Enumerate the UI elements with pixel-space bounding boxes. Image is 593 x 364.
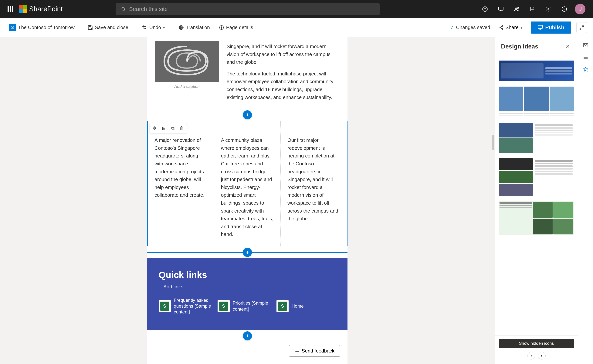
svg-line-24 xyxy=(500,28,502,29)
nav-icon-group: ? ? U xyxy=(480,4,586,14)
toolbar-divider-3 xyxy=(172,24,172,31)
rail-settings-icon[interactable] xyxy=(580,52,591,63)
save-close-button[interactable]: Save and close xyxy=(84,22,132,33)
rail-mail-icon[interactable] xyxy=(580,40,591,51)
page-details-icon xyxy=(219,25,224,30)
toolbar-divider-2 xyxy=(135,24,135,31)
quick-link-icon-1: S xyxy=(159,300,171,312)
scrollbar-track[interactable] xyxy=(492,37,495,364)
quick-links-section: Quick links + Add links S Frequently ask… xyxy=(147,258,348,330)
svg-point-10 xyxy=(518,7,519,9)
collapse-icon xyxy=(579,25,584,30)
help-icon[interactable]: ? xyxy=(480,4,490,14)
search-input[interactable] xyxy=(129,6,375,12)
design-nav-next[interactable]: › xyxy=(538,352,546,359)
design-ideas-scroll[interactable] xyxy=(495,56,578,336)
add-section-circle-1[interactable]: + xyxy=(243,110,252,119)
svg-point-20 xyxy=(502,26,503,27)
svg-rect-14 xyxy=(89,26,91,26)
quick-links-title: Quick links xyxy=(159,270,336,280)
svg-point-9 xyxy=(515,7,517,9)
add-section-3[interactable]: + xyxy=(147,330,348,342)
add-section-circle-3[interactable]: + xyxy=(243,331,252,340)
quick-link-label-2: Priorities [Sample content] xyxy=(233,300,270,312)
editor-area[interactable]: Add a caption Singapore, and it will roc… xyxy=(0,37,495,364)
design-panel-close-button[interactable]: ✕ xyxy=(564,42,572,51)
duplicate-tool-button[interactable]: ⧉ xyxy=(169,124,177,132)
quick-links-row: S Frequently asked questions [Sample con… xyxy=(159,297,336,315)
svg-rect-1 xyxy=(23,5,27,9)
site-name-label: The Contoso of Tomorrow xyxy=(18,25,74,30)
settings-icon[interactable] xyxy=(543,4,554,14)
microsoft-logo-icon xyxy=(19,5,27,13)
chat-icon[interactable] xyxy=(496,4,506,14)
share-dropdown-arrow[interactable]: ▾ xyxy=(520,25,522,30)
main-layout: Add a caption Singapore, and it will roc… xyxy=(0,37,593,364)
layout-tool-button[interactable]: ⊞ xyxy=(160,124,168,132)
move-tool-button[interactable]: ✥ xyxy=(150,124,159,132)
publish-icon xyxy=(538,25,543,30)
design-card-2[interactable] xyxy=(499,87,574,117)
page-details-button[interactable]: Page details xyxy=(215,22,257,33)
translation-button[interactable]: Translation xyxy=(175,22,214,33)
collapse-button[interactable] xyxy=(576,22,587,33)
ms-logo-group[interactable]: SharePoint xyxy=(19,5,63,13)
add-links-button[interactable]: + Add links xyxy=(159,284,336,290)
search-bar[interactable] xyxy=(115,3,380,15)
svg-point-22 xyxy=(502,28,503,30)
svg-line-23 xyxy=(500,26,502,27)
user-avatar[interactable]: U xyxy=(575,4,586,14)
design-nav-prev[interactable]: ‹ xyxy=(527,352,535,359)
svg-rect-3 xyxy=(23,9,27,13)
delete-tool-button[interactable]: 🗑 xyxy=(178,124,186,132)
svg-rect-15 xyxy=(89,28,92,29)
site-icon: S xyxy=(11,25,14,30)
quick-link-label-1: Frequently asked questions [Sample conte… xyxy=(174,297,211,315)
design-card-3[interactable] xyxy=(499,123,574,153)
design-card-5[interactable] xyxy=(499,201,574,235)
svg-point-4 xyxy=(122,7,125,10)
quick-link-item-2[interactable]: S Priorities [Sample content] xyxy=(218,297,270,315)
send-feedback-button[interactable]: Send feedback xyxy=(289,345,340,357)
add-section-circle-2[interactable]: + xyxy=(243,248,252,257)
share-button[interactable]: Share ▾ xyxy=(494,22,527,33)
scrollbar-thumb[interactable] xyxy=(492,135,494,150)
paragraph-2: The technology-fueled, multiphase projec… xyxy=(227,70,340,101)
share-icon xyxy=(499,25,504,30)
publish-button[interactable]: Publish xyxy=(531,21,571,33)
top-navigation: SharePoint ? ? U xyxy=(0,0,593,18)
changes-saved-indicator: ✓ Changes saved xyxy=(450,24,490,31)
design-panel-title: Design ideas xyxy=(501,43,538,50)
right-rail xyxy=(578,37,593,364)
flag-icon[interactable] xyxy=(527,4,538,14)
people-icon[interactable] xyxy=(512,4,522,14)
design-card-4[interactable] xyxy=(499,158,574,196)
waffle-menu[interactable] xyxy=(7,6,13,12)
three-columns: A major renovation of Contoso's Singapor… xyxy=(148,121,347,246)
add-section-2[interactable]: + xyxy=(147,246,348,258)
design-panel-bottom: Show hidden icons ‹ › xyxy=(495,336,578,364)
svg-marker-35 xyxy=(583,67,588,71)
rail-star-icon[interactable] xyxy=(580,64,591,75)
paragraph-1: Singapore, and it will rocket forward a … xyxy=(227,43,340,66)
show-hidden-tooltip: Show hidden icons xyxy=(499,339,574,348)
quick-link-item-3[interactable]: S Home xyxy=(276,297,304,315)
design-panel-header: Design ideas ✕ xyxy=(495,37,578,56)
image-container: Add a caption xyxy=(155,41,219,89)
column-2: A community plaza where employees can ga… xyxy=(214,121,281,246)
undo-button[interactable]: Undo ▾ xyxy=(138,22,168,33)
page-content: Add a caption Singapore, and it will roc… xyxy=(147,37,348,364)
question-icon[interactable]: ? xyxy=(559,4,570,14)
add-section-1[interactable]: + xyxy=(147,109,348,121)
svg-point-21 xyxy=(499,27,501,28)
undo-icon xyxy=(142,25,147,30)
quick-link-icon-2: S xyxy=(218,300,230,312)
undo-dropdown-arrow[interactable]: ▾ xyxy=(163,25,165,30)
quick-link-item-1[interactable]: S Frequently asked questions [Sample con… xyxy=(159,297,211,315)
design-card-1[interactable] xyxy=(499,60,574,81)
page-toolbar: S The Contoso of Tomorrow Save and close… xyxy=(0,18,593,37)
site-breadcrumb[interactable]: S The Contoso of Tomorrow xyxy=(6,22,78,33)
image-caption: Add a caption xyxy=(155,84,219,89)
svg-text:?: ? xyxy=(484,7,486,11)
svg-rect-8 xyxy=(498,7,503,10)
